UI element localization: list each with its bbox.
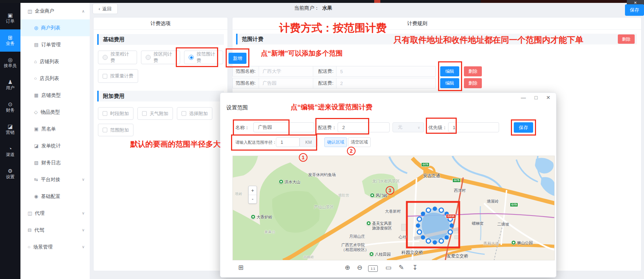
zoom-in-icon[interactable]: ⊕ — [345, 264, 350, 271]
fee-label: 配送费： — [318, 124, 337, 131]
zoom-out-icon[interactable]: ⊖ — [357, 264, 362, 271]
sidebar-item-couriers[interactable]: ◎接单员 — [0, 52, 20, 74]
highway-badge: G75 — [510, 203, 518, 207]
sidebar-item-label: 接单员 — [4, 63, 17, 68]
edit-range-button[interactable]: 编辑 — [440, 66, 459, 76]
sidebar-item-clerk-list[interactable]: ○店员列表 — [20, 70, 90, 87]
map-label: 塘肚营 — [338, 193, 349, 198]
extra-option-0[interactable]: 时段附加 — [98, 107, 133, 120]
sidebar-item-orders[interactable]: ▣订单 — [0, 7, 20, 29]
couriers-icon: ◎ — [8, 57, 13, 62]
sidebar-item-base-config[interactable]: ◉基础配置 — [20, 188, 90, 205]
sidebar-item-driving[interactable]: ⊟代驾∨ — [20, 222, 90, 238]
delivery-fee-label: 配送费: — [313, 80, 337, 86]
name-input[interactable]: 广告园 — [253, 122, 314, 132]
annotation-circled-3: 3 — [386, 186, 394, 195]
sidebar-item-users[interactable]: ♟用户 — [0, 74, 20, 96]
radius-input[interactable]: 1 — [276, 137, 300, 147]
chevron-down-icon: ∨ — [82, 228, 85, 232]
radius-unit: KM — [300, 137, 318, 147]
back-button[interactable]: ‹ 返回 — [93, 4, 118, 14]
base-option-1[interactable]: 按区间计费 — [141, 51, 180, 64]
highway-badge: G75 — [421, 162, 429, 167]
blacklist-icon: ▣ — [34, 126, 38, 132]
maximize-icon[interactable]: □ — [535, 95, 537, 100]
range-name-input[interactable]: 广西大学 — [259, 66, 313, 76]
sidebar-item-shop-list[interactable]: ⌂店铺列表 — [20, 53, 90, 70]
delete-section-button[interactable]: 删除 — [618, 34, 635, 44]
sidebar-item-channels[interactable]: ◔渠道 — [0, 141, 20, 163]
radio-selected-icon — [189, 55, 194, 60]
grid-icon[interactable]: ⊞ — [238, 264, 244, 271]
draw-pencil-icon[interactable]: ✎ — [399, 264, 404, 271]
edit-range-button[interactable]: 编辑 — [440, 78, 459, 88]
map-label: 月湖山庄 — [349, 234, 365, 239]
menu-item-label: 平台对接 — [41, 176, 60, 183]
sidebar-group-label: 企业商户 — [35, 8, 54, 14]
sidebar-item-merchant-list[interactable]: ◎商户列表 — [20, 19, 90, 36]
map-poi-text: 洪水大山 — [285, 180, 300, 184]
add-range-button[interactable]: 新增 — [229, 53, 246, 64]
base-option-0[interactable]: 按里程计费 — [98, 51, 137, 64]
map-terrain — [233, 156, 555, 260]
map-label: 西津村 — [454, 188, 466, 193]
sidebar-item-agent[interactable]: ◫代理∨ — [20, 205, 90, 222]
clear-area-button[interactable]: 清空区域 — [348, 137, 371, 147]
map-pin-icon — [370, 193, 375, 198]
map-poi-label: 狮山公园 — [511, 241, 533, 245]
chevron-left-icon: ‹ — [99, 6, 100, 11]
primary-sidebar: ▣订单⊞业务◎接单员♟用户⊙财务◪营销◔渠道⚙设置 — [0, 3, 20, 279]
delete-range-button[interactable]: 删除 — [464, 78, 482, 88]
sidebar-item-shop-type[interactable]: ▦店铺类型 — [20, 87, 90, 104]
sidebar-item-item-type[interactable]: ◇物品类型 — [20, 104, 90, 120]
sidebar-item-order-management[interactable]: ▤订单管理 — [20, 36, 90, 53]
close-icon[interactable]: ✕ — [546, 95, 550, 100]
base-option-2[interactable]: 按范围计费 — [184, 51, 223, 64]
sidebar-item-blacklist[interactable]: ▣黑名单 — [20, 120, 90, 137]
zoom-out-button[interactable]: - — [249, 195, 257, 204]
sidebar-item-finance-log[interactable]: ▧财务日志 — [20, 154, 90, 171]
ratio-1-1-button[interactable]: 1:1 — [368, 265, 378, 272]
merchant-list-icon: ◎ — [34, 25, 38, 30]
users-icon: ♟ — [8, 79, 13, 85]
dialog-save-button[interactable]: 保存 — [514, 122, 533, 133]
map-pin-icon — [251, 214, 255, 219]
delivery-fee-input[interactable]: 5 — [336, 66, 436, 76]
sidebar-item-marketing[interactable]: ◪营销 — [0, 118, 20, 141]
save-button[interactable]: 保存 — [625, 4, 644, 16]
sidebar-item-scene-management[interactable]: ○场景管理∨ — [20, 238, 90, 255]
checkbox-icon — [182, 111, 186, 116]
delete-range-button[interactable]: 删除 — [464, 66, 482, 76]
strip-darkred-segment — [481, 0, 644, 3]
sidebar-item-dispatch-stats[interactable]: ◪发单统计 — [20, 137, 90, 154]
sidebar-group-enterprise-merchant[interactable]: ◫ 企业商户 ∧ — [20, 3, 90, 19]
priority-input[interactable]: 1 — [448, 122, 499, 132]
download-icon[interactable]: ↧ — [412, 264, 418, 271]
zoom-in-button[interactable]: + — [249, 186, 257, 195]
set-range-dialog: — □ ✕ 设置范围 名称： 广告园 配送费： 2 元 ∨ 优先级： 1 保存 … — [220, 93, 556, 278]
weight-billing-label: 按重量计费 — [110, 73, 133, 79]
order-management-icon: ▤ — [34, 42, 38, 47]
unit-select[interactable]: 元 ∨ — [392, 122, 424, 132]
sidebar-item-business[interactable]: ⊞业务 — [0, 29, 20, 52]
range-name-input[interactable]: 广告园 — [259, 78, 313, 88]
delivery-fee-input[interactable]: 2 — [336, 78, 436, 88]
sidebar-item-settings[interactable]: ⚙设置 — [0, 163, 20, 185]
range-rule-fields: 范围名称:广西大学配送费:5 — [232, 66, 436, 77]
weight-billing-checkbox[interactable]: 按重量计费 — [98, 69, 138, 83]
map-canvas[interactable]: 发哥休闲钓鱼场洪水大山垠岭塘肚营芦仙山景区大香炉岭象鼻台龙门水都风景区风门岭安吉… — [232, 156, 555, 260]
fee-input[interactable]: 2 — [338, 122, 390, 132]
extra-option-3[interactable]: 范围附加 — [98, 124, 133, 136]
extra-option-2[interactable]: 选择附加 — [177, 107, 212, 120]
radius-label: 请输入配送范围半径： — [235, 140, 277, 145]
extra-option-1[interactable]: 天气附加 — [137, 107, 173, 120]
delivery-fee-label: 配送费: — [313, 68, 337, 75]
radio-icon — [103, 55, 108, 60]
menu-item-label: 商户列表 — [41, 25, 60, 31]
confirm-area-button[interactable]: 确认区域 — [324, 137, 347, 147]
rect-select-icon[interactable]: ▭ — [385, 264, 391, 271]
minimize-icon[interactable]: — — [521, 95, 526, 100]
sidebar-item-platform-connect[interactable]: ⇆平台对接∨ — [20, 171, 90, 188]
priority-label: 优先级： — [428, 124, 447, 131]
sidebar-item-finance[interactable]: ⊙财务 — [0, 96, 20, 118]
